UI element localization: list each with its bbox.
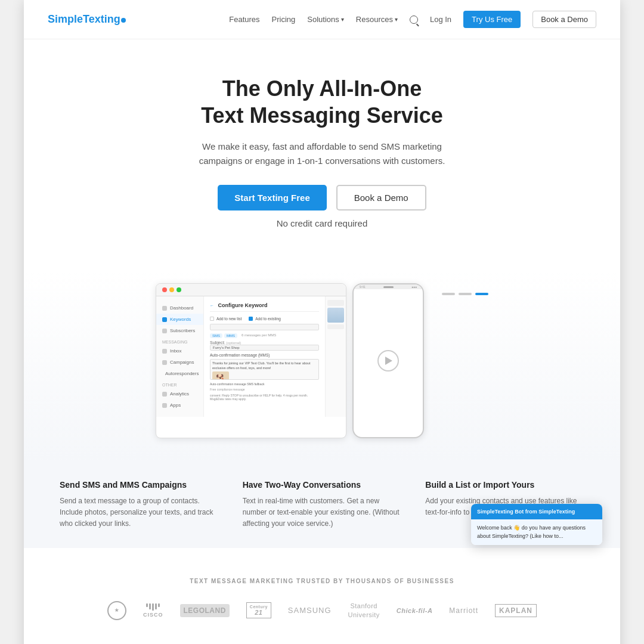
configure-keyword-title: ← Configure Keyword [210,302,319,312]
list-name-row [210,324,319,330]
add-to-existing-checkbox[interactable] [249,317,253,321]
logos-row: ★ CISCO LEGOLAND Century 21 SAMSUNG [48,601,596,620]
messaging-section-label: Messaging [156,336,203,345]
nav-pricing[interactable]: Pricing [272,15,296,24]
hero-buttons: Start Texting Free Book a Demo [48,185,596,210]
chat-header: SimpleTexting Bot from SimpleTexting [471,504,602,519]
dot-1[interactable] [442,293,455,295]
marriott-logo: Marriott [449,606,478,615]
feature-2-title: Have Two-Way Conversations [243,480,402,490]
screenshot-container: Dashboard Keywords Subscribers Messaging [156,283,442,438]
hero-subheadline: We make it easy, fast and affordable to … [197,140,447,168]
feature-1-desc: Send a text message to a group of contac… [60,496,219,530]
logo[interactable]: SimpleTexting [48,13,126,26]
auto-confirm-label: Auto-confirmation message (MMS) [210,353,319,357]
panel-item-1 [327,300,344,306]
minimize-dot [169,287,174,292]
compliance-body: consent: Reply STOP to unsubscribe or HE… [210,394,319,401]
list-name-input[interactable] [210,324,319,330]
titlebar [156,284,346,296]
samsung-logo: SAMSUNG [288,606,332,615]
book-demo-nav-button[interactable]: Book a Demo [532,11,596,28]
close-dot [162,287,167,292]
chat-message: Welcome back 👋 do you have any questions… [477,524,596,540]
compliance-text: Free compliance message [210,388,319,392]
sidebar-inbox[interactable]: Inbox [156,345,203,357]
sidebar-autoresponders[interactable]: Autoresponders [156,368,203,379]
dots-indicator [442,293,488,429]
nav-resources[interactable]: Resources [356,15,398,24]
phone-screen [354,289,423,432]
play-button[interactable] [377,350,399,371]
sms-tag: SMS [210,333,222,338]
sidebar-campaigns[interactable]: Campaigns [156,357,203,368]
subject-label: Subject: (optional) [210,340,319,345]
kaplan-logo: KAPLAN [495,604,537,617]
hero-headline: The Only All-In-One Text Messaging Servi… [48,75,596,129]
add-to-new-list-checkbox[interactable] [210,317,214,321]
screenshot-section: Dashboard Keywords Subscribers Messaging [24,271,620,462]
other-section-label: Other [156,379,203,388]
panel-item-3 [327,324,344,329]
no-credit-card-text: No credit card required [197,216,447,231]
analytics-icon [162,392,167,397]
subscribers-icon [162,329,167,333]
nav-features[interactable]: Features [229,15,259,24]
message-textarea[interactable]: Thanks for joining our VIP Text Club. Yo… [210,359,319,380]
feature-two-way: Have Two-Way Conversations Text in real-… [243,480,402,530]
book-demo-button[interactable]: Book a Demo [336,185,426,210]
mms-tag: MMS [224,333,237,338]
start-texting-button[interactable]: Start Texting Free [218,185,326,210]
feature-sms-campaigns: Send SMS and MMS Campaigns Send a text m… [60,480,219,530]
phone-mock: 9:41 ●●● [352,283,424,438]
dashboard-mock: Dashboard Keywords Subscribers Messaging [156,283,346,438]
configure-keyword-content: ← Configure Keyword Add to new list Add … [204,296,325,417]
trusted-section: TEXT MESSAGE MARKETING TRUSTED BY THOUSA… [24,548,620,644]
starbucks-logo: ★ [107,601,126,620]
dashboard-icon [162,306,167,311]
hero-section: The Only All-In-One Text Messaging Servi… [24,39,620,271]
search-icon[interactable] [410,16,418,24]
stanford-logo: Stanford University [348,602,380,619]
play-triangle-icon [385,357,392,365]
dot-3[interactable] [475,293,488,295]
feature-1-title: Send SMS and MMS Campaigns [60,480,219,490]
phone-notch-bar [383,286,394,288]
keywords-icon [162,317,167,322]
tags-row: SMS MMS 6 messages per MMS [210,333,319,338]
fallback-label: Auto-confirmation message SMS fallback [210,382,319,386]
phone-notch: 9:41 ●●● [354,284,423,289]
century21-logo: Century 21 [246,602,271,618]
subject-field[interactable]: Furry's Pet Shop [210,345,319,351]
logo-dot [121,18,126,23]
panel-item-2 [327,308,344,323]
dashboard-body: Dashboard Keywords Subscribers Messaging [156,296,346,417]
puppy-image: 🐕 [212,371,229,380]
cisco-logo: CISCO [143,603,163,618]
apps-icon [162,403,167,408]
sidebar-mock: Dashboard Keywords Subscribers Messaging [156,296,204,417]
trusted-label: TEXT MESSAGE MARKETING TRUSTED BY THOUSA… [48,578,596,584]
expand-dot [177,287,181,292]
campaigns-icon [162,360,167,365]
list-options-row: Add to new list Add to existing [210,317,319,321]
legoland-logo: LEGOLAND [180,604,230,617]
navigation: SimpleTexting Features Pricing Solutions… [24,0,620,39]
logo-texting: Texting [83,13,120,25]
nav-links: Features Pricing Solutions Resources Log… [229,11,596,28]
nav-login[interactable]: Log In [430,15,451,24]
chat-widget: SimpleTexting Bot from SimpleTexting Wel… [471,504,602,545]
chat-body: Welcome back 👋 do you have any questions… [471,519,602,545]
right-panel [325,296,346,417]
sidebar-apps[interactable]: Apps [156,400,203,411]
try-free-button[interactable]: Try Us Free [463,11,521,28]
sidebar-keywords[interactable]: Keywords [156,314,203,325]
feature-3-title: Build a List or Import Yours [425,480,584,490]
sidebar-analytics[interactable]: Analytics [156,388,203,400]
dot-2[interactable] [459,293,472,295]
chickfila-logo: Chick-fil-A [397,607,433,614]
nav-solutions[interactable]: Solutions [307,15,343,24]
logo-simple: Simple [48,13,83,25]
sidebar-subscribers[interactable]: Subscribers [156,325,203,336]
sidebar-dashboard[interactable]: Dashboard [156,302,203,314]
